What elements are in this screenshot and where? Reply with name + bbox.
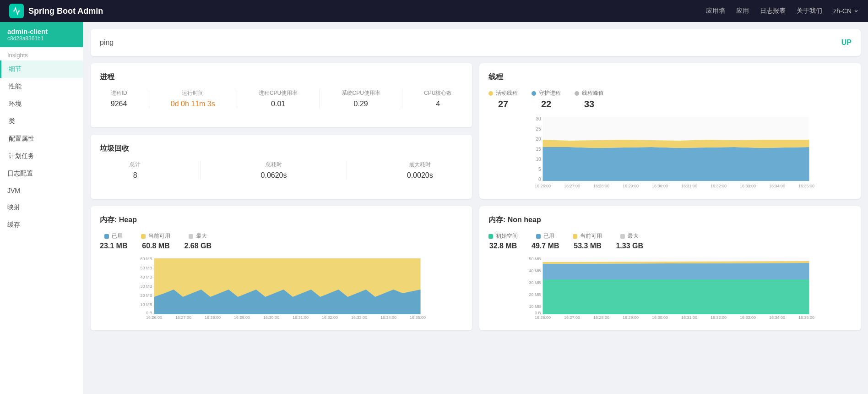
svg-text:16:28:00: 16:28:00 [205, 315, 221, 320]
sidebar-item-类[interactable]: 类 [0, 113, 83, 130]
heap-max-dot [189, 234, 193, 239]
nonheap-init-legend: 初始空间 32.8 MB [488, 232, 518, 250]
stat-gc-total-value: 8 [130, 171, 141, 180]
legend-active-threads: 活动线程 27 [488, 89, 518, 109]
nonheap-max-legend: 最大 1.33 GB [616, 232, 643, 250]
stat-pid-value: 9264 [111, 100, 127, 108]
sidebar-item-性能[interactable]: 性能 [0, 78, 83, 95]
sidebar: admin-client c8d28a8361b1 Insights 细节 性能… [0, 22, 83, 394]
svg-text:0 B: 0 B [535, 311, 541, 315]
process-title: 进程 [100, 72, 463, 82]
stat-gc-max-label: 最大耗时 [407, 161, 433, 169]
ping-status: UP [841, 38, 852, 47]
sidebar-item-日志配置[interactable]: 日志配置 [0, 165, 83, 182]
ping-bar: ping UP [91, 29, 861, 56]
sidebar-app[interactable]: admin-client c8d28a8361b1 [0, 22, 83, 47]
svg-text:5: 5 [538, 167, 541, 172]
svg-text:10: 10 [536, 157, 541, 162]
stat-pid-label: 进程ID [111, 89, 127, 97]
svg-text:10 MB: 10 MB [140, 302, 152, 307]
heap-avail-value: 60.8 MB [142, 242, 169, 250]
content-grid: 进程 进程ID 9264 运行时间 0d 0h 11m 3s 进程CPU使用率 … [91, 63, 861, 330]
nonheap-init-value: 32.8 MB [489, 242, 517, 250]
nav-link-logs[interactable]: 日志报表 [760, 7, 786, 15]
stat-gc-time-value: 0.0620s [261, 171, 287, 180]
nav-link-apps[interactable]: 应用 [736, 7, 749, 15]
sidebar-item-细节[interactable]: 细节 [0, 60, 83, 78]
stat-proc-cpu-value: 0.01 [259, 100, 298, 108]
heap-max-legend: 最大 2.68 GB [184, 232, 212, 250]
sidebar-app-id: c8d28a8361b1 [7, 35, 76, 42]
svg-text:30 MB: 30 MB [140, 284, 152, 289]
heap-avail-legend: 当前可用 60.8 MB [141, 232, 170, 250]
svg-text:16:33:00: 16:33:00 [740, 315, 756, 320]
svg-text:16:35:00: 16:35:00 [798, 184, 814, 188]
stat-pid: 进程ID 9264 [111, 89, 127, 108]
sidebar-app-name: admin-client [7, 27, 76, 35]
svg-text:16:30:00: 16:30:00 [263, 315, 279, 320]
svg-text:16:26:00: 16:26:00 [535, 184, 551, 188]
svg-text:60 MB: 60 MB [140, 257, 152, 261]
svg-text:16:26:00: 16:26:00 [535, 315, 551, 320]
nav-link-about[interactable]: 关于我们 [797, 7, 822, 15]
sidebar-item-映射[interactable]: 映射 [0, 199, 83, 216]
svg-text:15: 15 [536, 147, 541, 152]
gc-title: 垃圾回收 [100, 144, 463, 153]
stat-proc-cpu: 进程CPU使用率 0.01 [259, 89, 298, 108]
stat-gc-time: 总耗时 0.0620s [261, 161, 287, 180]
mem-nonheap-title: 内存: Non heap [488, 215, 852, 225]
mem-heap-title: 内存: Heap [100, 215, 463, 225]
svg-text:0 B: 0 B [146, 311, 152, 315]
sidebar-item-jvm[interactable]: JVM [0, 182, 83, 199]
sidebar-item-计划任务[interactable]: 计划任务 [0, 148, 83, 165]
svg-text:16:29:00: 16:29:00 [623, 315, 639, 320]
mem-heap-chart: 60 MB 50 MB 40 MB 30 MB 20 MB 10 MB 0 B [100, 256, 463, 321]
nonheap-avail-value: 53.3 MB [574, 242, 601, 250]
active-thread-dot [488, 91, 493, 96]
svg-text:16:27:00: 16:27:00 [175, 315, 191, 320]
svg-text:16:27:00: 16:27:00 [564, 184, 580, 188]
stat-gc-max-value: 0.0020s [407, 171, 433, 180]
main-layout: admin-client c8d28a8361b1 Insights 细节 性能… [0, 22, 868, 394]
svg-text:16:30:00: 16:30:00 [652, 184, 668, 188]
svg-text:16:30:00: 16:30:00 [652, 315, 668, 320]
stat-proc-cpu-label: 进程CPU使用率 [259, 89, 298, 97]
lang-selector[interactable]: zh-CN [833, 7, 859, 15]
svg-text:10 MB: 10 MB [529, 304, 541, 309]
sidebar-item-缓存[interactable]: 缓存 [0, 216, 83, 234]
nav-link-apps-wall[interactable]: 应用墙 [706, 7, 725, 15]
svg-text:50 MB: 50 MB [529, 257, 541, 261]
svg-text:16:31:00: 16:31:00 [681, 184, 697, 188]
svg-text:16:27:00: 16:27:00 [564, 315, 580, 320]
svg-text:50 MB: 50 MB [140, 266, 152, 270]
svg-text:16:34:00: 16:34:00 [769, 184, 785, 188]
svg-marker-8 [543, 147, 809, 181]
svg-text:16:29:00: 16:29:00 [623, 184, 639, 188]
mem-heap-legend: 已用 23.1 MB 当前可用 60.8 MB [100, 232, 463, 250]
mem-heap-card: 内存: Heap 已用 23.1 MB 当前可用 [91, 206, 472, 330]
svg-text:16:33:00: 16:33:00 [351, 315, 367, 320]
svg-text:16:28:00: 16:28:00 [593, 184, 609, 188]
stat-cpu-cores-label: CPU核心数 [424, 89, 452, 97]
daemon-thread-value: 22 [541, 99, 551, 109]
stat-uptime-label: 运行时间 [171, 89, 215, 97]
svg-text:16:26:00: 16:26:00 [146, 315, 162, 320]
svg-text:16:33:00: 16:33:00 [740, 184, 756, 188]
brand-icon [9, 4, 24, 18]
active-thread-value: 27 [498, 99, 508, 109]
thread-legend: 活动线程 27 守护进程 22 线程峰值 [488, 89, 852, 109]
stat-sys-cpu-label: 系统CPU使用率 [342, 89, 380, 97]
daemon-thread-dot [532, 91, 536, 96]
svg-text:20 MB: 20 MB [140, 293, 152, 298]
thread-chart: 30 25 20 15 10 5 0 16:26: [488, 115, 852, 190]
gc-card: 垃圾回收 总计 8 总耗时 0.0620s 最大耗时 0.0020s [91, 135, 472, 199]
sidebar-item-环境[interactable]: 环境 [0, 95, 83, 113]
svg-text:40 MB: 40 MB [529, 268, 541, 273]
heap-avail-dot [141, 234, 146, 239]
sidebar-item-配置属性[interactable]: 配置属性 [0, 130, 83, 148]
svg-text:16:32:00: 16:32:00 [711, 315, 727, 320]
svg-text:30: 30 [536, 116, 541, 121]
svg-text:16:32:00: 16:32:00 [711, 184, 727, 188]
svg-text:16:28:00: 16:28:00 [593, 315, 609, 320]
svg-text:16:31:00: 16:31:00 [681, 315, 697, 320]
